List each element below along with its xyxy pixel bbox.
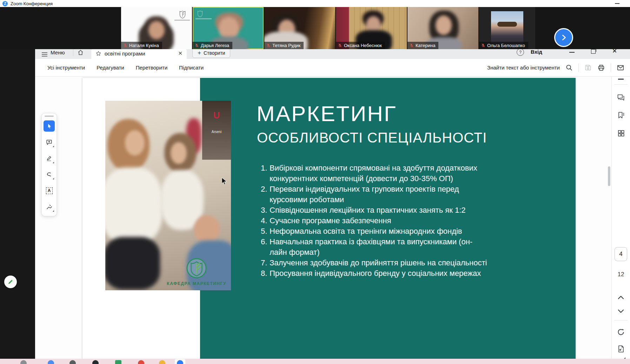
page-thumbnails-button[interactable] (612, 129, 630, 137)
comments-panel-button[interactable] (612, 93, 630, 102)
mic-muted-icon (123, 43, 127, 48)
pdf-toolbar: Усі інструменти Редагувати Перетворити П… (35, 59, 630, 77)
login-button[interactable]: Вхід (531, 49, 542, 55)
slide-list-item: Неформальна освіта та тренінги міжнародн… (261, 226, 489, 237)
taskbar-icon[interactable] (48, 360, 54, 364)
dropdown-corner (53, 210, 54, 212)
menu-sign[interactable]: Підписати (179, 65, 204, 71)
taskbar-icon[interactable] (92, 360, 99, 364)
menu-button[interactable]: Меню (51, 49, 65, 55)
add-comment-tool-button[interactable] (44, 137, 55, 148)
divider (73, 48, 73, 56)
menu-all-tools[interactable]: Усі інструменти (47, 65, 85, 71)
slide-list-item: Сучасне програмне забезпечення (261, 216, 489, 226)
photo-polka-skirt (105, 237, 160, 290)
search-label[interactable]: Знайти текст або інструменти (487, 65, 560, 71)
highlight-tool-button[interactable] (44, 153, 55, 164)
slide-subtitle: ОСОБЛИВОСТІ СПЕЦІАЛЬНОСТІ (257, 130, 487, 146)
zoom-minimize-icon[interactable] (615, 3, 619, 4)
mouse-cursor (221, 177, 227, 186)
select-tool-button[interactable] (44, 120, 55, 132)
total-pages-label: 12 (612, 271, 630, 278)
rotate-page-button[interactable] (612, 328, 630, 336)
window-minimize-icon[interactable] (569, 52, 575, 53)
mic-muted-icon (194, 43, 199, 48)
plus-icon (198, 49, 201, 57)
current-page-input[interactable]: 4 (615, 247, 627, 261)
participant-name-chip: Дарья Легеза (193, 42, 232, 49)
participant-name-chip: Ольга Белошапко (479, 42, 528, 49)
taskbar-icon[interactable] (69, 360, 76, 364)
grid-icon (617, 129, 625, 137)
chevron-up-icon (617, 295, 624, 300)
save-icon[interactable] (584, 64, 592, 71)
department-logo-text: КАФЕДРА МАРКЕТИНГУ (161, 281, 231, 286)
create-tab-button[interactable]: Створити (192, 48, 230, 58)
sign-tool-button[interactable] (44, 201, 55, 212)
banner-letter: U (202, 110, 231, 121)
participant-tile-active-speaker[interactable]: Дарья Легеза (193, 7, 264, 49)
panel-handle[interactable] (618, 79, 624, 80)
menu-edit[interactable]: Редагувати (97, 65, 124, 71)
annotate-button[interactable] (4, 276, 17, 288)
divider (578, 64, 579, 72)
dropdown-corner (53, 162, 54, 163)
fit-page-icon (617, 345, 625, 353)
taskbar-icon[interactable] (115, 360, 121, 364)
participant-tile[interactable]: Ольга Белошапко (479, 7, 535, 49)
taskbar-icon[interactable] (20, 360, 27, 364)
slide-list-item: Навчальная практика із фахівцями та випу… (261, 237, 489, 258)
participant-face (436, 15, 452, 35)
logo-caption-bar (195, 18, 212, 19)
menu-convert[interactable]: Перетворити (136, 65, 167, 71)
zoom-logo-icon (2, 1, 8, 6)
text-select-tool-button[interactable] (44, 185, 55, 196)
chevron-down-icon (617, 309, 624, 314)
zoom-window-title: Zoom Конференция (11, 1, 53, 6)
divider (611, 64, 611, 72)
banner-text: Arseni (202, 130, 231, 134)
previous-page-button[interactable] (612, 295, 630, 300)
tab-close-icon[interactable] (178, 50, 183, 57)
rotate-icon (617, 328, 625, 336)
photo-woman-face (125, 130, 145, 155)
mail-icon[interactable] (617, 64, 624, 72)
document-area[interactable]: МАРКЕТИНГ ОСОБЛИВОСТІ СПЕЦІАЛЬНОСТІ Вибі… (35, 77, 611, 359)
taskbar-icon[interactable] (138, 360, 144, 364)
logo-caption-bar (174, 20, 190, 21)
participant-tile[interactable]: Наталя Кукіна (121, 7, 192, 49)
print-icon[interactable] (597, 64, 605, 72)
slide-list-item: Просування індивідуального бренду у соці… (261, 268, 489, 279)
participant-tile[interactable]: Оксана Небеснюк (336, 7, 407, 49)
screen: Zoom Конференция Наталя Кукіна Дарья Лег… (0, 0, 630, 364)
palette-drag-handle[interactable] (45, 115, 54, 117)
participant-tile[interactable]: Тетяна Рудик (264, 7, 335, 49)
window-restore-icon[interactable] (591, 49, 596, 54)
document-tab[interactable]: освітні програми (91, 48, 187, 59)
photo-woman-shirt (105, 167, 163, 245)
participant-face (148, 21, 165, 39)
taskbar-icon[interactable] (159, 360, 165, 364)
bookmarks-panel-button[interactable] (612, 111, 630, 119)
help-icon[interactable] (517, 48, 524, 56)
participant-tile[interactable]: Катерина (407, 7, 478, 49)
home-icon[interactable] (77, 49, 84, 56)
fit-page-button[interactable] (612, 345, 630, 353)
create-label: Створити (204, 50, 225, 56)
vertical-scrollbar[interactable] (608, 166, 610, 186)
next-participants-button[interactable] (554, 28, 573, 47)
lasso-icon (46, 171, 53, 178)
hamburger-menu-icon[interactable] (41, 52, 48, 57)
zoom-titlebar: Zoom Конференция (0, 0, 630, 7)
star-favorite-icon[interactable] (95, 51, 101, 57)
lasso-tool-button[interactable] (44, 169, 55, 180)
search-icon[interactable] (565, 64, 573, 71)
taskbar-icon[interactable] (177, 360, 183, 364)
highlighter-icon (46, 155, 53, 162)
text-select-icon (46, 187, 53, 194)
next-page-button[interactable] (612, 309, 630, 314)
slide-photo: U Arseni КАФЕДРА МАРКЕТИНГУ (105, 101, 231, 290)
photo-banner: U Arseni (202, 101, 231, 160)
slide-list-item: Переваги індивідуальних та групових прое… (261, 184, 489, 205)
bookmark-icon (617, 111, 625, 119)
